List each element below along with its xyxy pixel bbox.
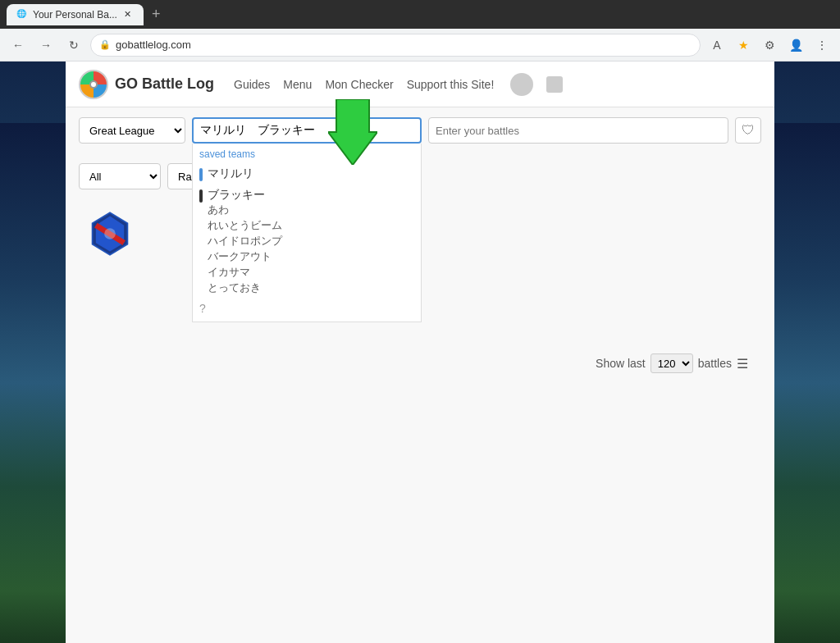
show-last-label: Show last bbox=[596, 357, 646, 370]
menu-button[interactable]: ⋮ bbox=[810, 34, 833, 57]
team-shield-icon bbox=[85, 209, 135, 258]
team-dropdown: saved teams マリルリ ブラッキー bbox=[192, 144, 422, 322]
move-3: ハイドロポンプ bbox=[208, 234, 282, 249]
umbreon-moves: あわ れいとうビーム ハイドロポンプ バークアウト イカサマ とっておき bbox=[208, 203, 282, 295]
hamburger-icon[interactable]: ☰ bbox=[737, 356, 748, 372]
active-tab[interactable]: 🌐 Your Personal Ba... ✕ bbox=[7, 4, 144, 25]
browser-titlebar: 🌐 Your Personal Ba... ✕ + bbox=[0, 0, 840, 29]
page-content: GO Battle Log Guides Menu Mon Checker Su… bbox=[66, 62, 774, 643]
reload-button[interactable]: ↻ bbox=[62, 34, 85, 57]
nav-links: Guides Menu Mon Checker Support this Sit… bbox=[234, 78, 494, 91]
toolbar-icons: A ★ ⚙ 👤 ⋮ bbox=[705, 34, 833, 57]
extensions-button[interactable]: ⚙ bbox=[758, 34, 781, 57]
tab-close-button[interactable]: ✕ bbox=[122, 9, 134, 21]
nav-mon-checker[interactable]: Mon Checker bbox=[325, 78, 393, 91]
dropdown-unknown-item[interactable]: ? bbox=[193, 299, 421, 318]
nav-guides[interactable]: Guides bbox=[234, 78, 270, 91]
team-input-container: saved teams マリルリ ブラッキー bbox=[192, 117, 422, 144]
team-input[interactable] bbox=[192, 117, 422, 144]
show-last-row: Show last 120 60 30 battles ☰ bbox=[79, 347, 761, 380]
tab-title: Your Personal Ba... bbox=[33, 9, 117, 21]
move-4: バークアウト bbox=[208, 249, 282, 264]
show-last-select[interactable]: 120 60 30 bbox=[651, 353, 693, 373]
saved-teams-label[interactable]: saved teams bbox=[193, 147, 421, 163]
move-5: イカサマ bbox=[208, 265, 282, 280]
bookmark-button[interactable]: ★ bbox=[732, 34, 755, 57]
main-area: Great League Ultra League Master League … bbox=[66, 107, 774, 390]
dropdown-item-umbreon[interactable]: ブラッキー あわ れいとうビーム ハイドロポンプ バークアウト イカサマ とって… bbox=[193, 185, 421, 299]
logo-icon bbox=[79, 70, 108, 99]
address-bar[interactable]: 🔒 gobattlelog.com bbox=[90, 34, 701, 57]
battles-input[interactable] bbox=[428, 117, 728, 144]
battles-label: battles bbox=[698, 357, 732, 370]
move-1: あわ bbox=[208, 203, 282, 217]
site-nav: GO Battle Log Guides Menu Mon Checker Su… bbox=[66, 62, 774, 107]
url-text: gobattlelog.com bbox=[116, 39, 191, 51]
forward-button[interactable]: → bbox=[34, 34, 57, 57]
umbreon-name: ブラッキー bbox=[208, 188, 282, 203]
move-2: れいとうビーム bbox=[208, 218, 282, 233]
marill-color-bar bbox=[199, 168, 203, 181]
site-logo: GO Battle Log bbox=[79, 70, 214, 99]
svg-point-4 bbox=[104, 228, 116, 239]
move-6: とっておき bbox=[208, 280, 282, 295]
dropdown-item-marill[interactable]: マリルリ bbox=[193, 163, 421, 185]
user-icon[interactable] bbox=[546, 76, 563, 93]
avatar[interactable] bbox=[510, 73, 533, 96]
browser-bg-left bbox=[0, 123, 66, 643]
new-tab-button[interactable]: + bbox=[147, 6, 166, 23]
profile-button[interactable]: 👤 bbox=[784, 34, 807, 57]
umbreon-color-bar bbox=[199, 189, 203, 203]
marill-name: マリルリ bbox=[208, 166, 253, 181]
site-title: GO Battle Log bbox=[115, 75, 214, 93]
nav-menu[interactable]: Menu bbox=[283, 78, 312, 91]
lock-icon: 🔒 bbox=[99, 39, 111, 50]
controls-row-1: Great League Ultra League Master League … bbox=[79, 117, 761, 144]
browser-toolbar: ← → ↻ 🔒 gobattlelog.com A ★ ⚙ 👤 ⋮ bbox=[0, 29, 840, 62]
back-button[interactable]: ← bbox=[7, 34, 30, 57]
league-select[interactable]: Great League Ultra League Master League bbox=[79, 117, 185, 144]
tab-favicon: 🌐 bbox=[16, 9, 28, 21]
translate-button[interactable]: A bbox=[705, 34, 728, 57]
shield-button[interactable]: 🛡 bbox=[735, 117, 761, 144]
all-select[interactable]: All Win Loss bbox=[79, 163, 161, 189]
browser-bg-right bbox=[774, 123, 840, 643]
nav-support[interactable]: Support this Site! bbox=[407, 78, 495, 91]
